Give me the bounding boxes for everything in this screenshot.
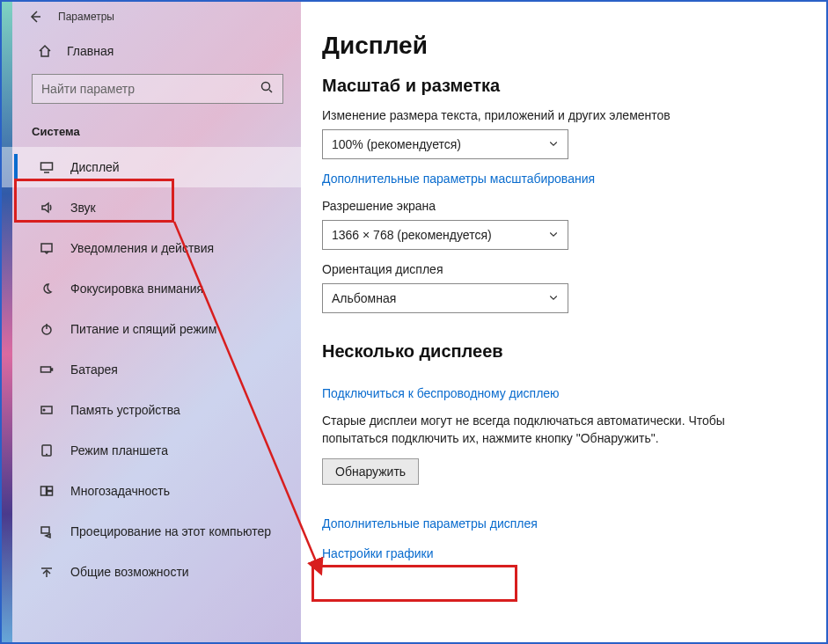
svg-rect-21 bbox=[41, 527, 49, 533]
nav-item-projecting[interactable]: Проецирование на этот компьютер bbox=[2, 511, 301, 552]
advanced-display-link[interactable]: Дополнительные параметры дисплея bbox=[322, 516, 791, 531]
scale-heading: Масштаб и разметка bbox=[322, 76, 791, 96]
scale-select[interactable]: 100% (рекомендуется) bbox=[322, 129, 568, 159]
nav-label: Уведомления и действия bbox=[70, 241, 214, 255]
nav-item-sound[interactable]: Звук bbox=[2, 187, 301, 228]
svg-rect-13 bbox=[51, 369, 53, 370]
battery-icon bbox=[37, 362, 56, 377]
scale-label: Изменение размера текста, приложений и д… bbox=[322, 108, 791, 122]
section-label: Система bbox=[2, 104, 301, 147]
home-label: Главная bbox=[67, 44, 114, 58]
tablet-icon bbox=[37, 443, 56, 457]
storage-icon bbox=[37, 403, 56, 417]
nav-label: Дисплей bbox=[70, 160, 120, 174]
nav-label: Память устройства bbox=[70, 403, 180, 417]
back-button[interactable] bbox=[18, 2, 53, 32]
nav-label: Батарея bbox=[70, 362, 118, 377]
svg-line-6 bbox=[269, 90, 272, 92]
svg-rect-20 bbox=[48, 492, 53, 496]
connect-wireless-link[interactable]: Подключиться к беспроводному дисплею bbox=[322, 386, 560, 400]
home-icon bbox=[37, 44, 53, 58]
settings-window: Параметры Главная Система Дисплей bbox=[0, 0, 828, 644]
search-icon bbox=[260, 80, 274, 98]
nav-item-power[interactable]: Питание и спящий режим bbox=[2, 309, 301, 349]
scale-value: 100% (рекомендуется) bbox=[332, 137, 461, 151]
chevron-down-icon bbox=[548, 228, 559, 242]
sidebar: Параметры Главная Система Дисплей bbox=[2, 2, 301, 642]
nav-label: Питание и спящий режим bbox=[70, 322, 216, 336]
nav-item-storage[interactable]: Память устройства bbox=[2, 390, 301, 430]
power-icon bbox=[37, 322, 56, 336]
detect-help-text: Старые дисплеи могут не всегда подключат… bbox=[322, 412, 791, 448]
advanced-scaling-link[interactable]: Дополнительные параметры масштабирования bbox=[322, 172, 595, 186]
svg-point-5 bbox=[262, 83, 270, 91]
nav-label: Режим планшета bbox=[70, 443, 168, 457]
nav-item-shared[interactable]: Общие возможности bbox=[2, 552, 301, 592]
multi-heading: Несколько дисплеев bbox=[322, 341, 791, 362]
svg-rect-12 bbox=[41, 367, 51, 372]
nav-label: Многозадачность bbox=[70, 484, 170, 498]
svg-rect-19 bbox=[48, 487, 53, 491]
nav-label: Звук bbox=[70, 201, 96, 215]
svg-rect-18 bbox=[41, 487, 47, 495]
focus-icon bbox=[37, 282, 56, 296]
nav-item-notifications[interactable]: Уведомления и действия bbox=[2, 228, 301, 268]
nav-list: Дисплей Звук Уведомления и действия Фоку… bbox=[2, 147, 301, 592]
sound-icon bbox=[37, 201, 56, 215]
display-icon bbox=[37, 160, 56, 174]
nav-label: Проецирование на этот компьютер bbox=[70, 524, 271, 538]
resolution-label: Разрешение экрана bbox=[322, 199, 791, 213]
home-link[interactable]: Главная bbox=[2, 32, 301, 70]
projecting-icon bbox=[37, 524, 56, 538]
resolution-value: 1366 × 768 (рекомендуется) bbox=[332, 228, 492, 242]
chevron-down-icon bbox=[548, 291, 559, 305]
orientation-select[interactable]: Альбомная bbox=[322, 283, 568, 313]
svg-rect-7 bbox=[41, 163, 53, 170]
orientation-label: Ориентация дисплея bbox=[322, 262, 791, 276]
chevron-down-icon bbox=[548, 137, 559, 151]
resolution-select[interactable]: 1366 × 768 (рекомендуется) bbox=[322, 220, 568, 250]
nav-label: Фокусировка внимания bbox=[70, 282, 203, 296]
graphics-settings-link[interactable]: Настройки графики bbox=[322, 546, 791, 560]
nav-item-battery[interactable]: Батарея bbox=[2, 349, 301, 390]
search-box[interactable] bbox=[32, 74, 283, 104]
detect-button[interactable]: Обнаружить bbox=[322, 458, 419, 485]
notifications-icon bbox=[37, 241, 56, 255]
window-title: Параметры bbox=[58, 11, 114, 23]
search-input[interactable] bbox=[41, 82, 260, 96]
orientation-value: Альбомная bbox=[332, 291, 396, 305]
svg-point-15 bbox=[43, 409, 45, 411]
shared-icon bbox=[37, 565, 56, 579]
nav-item-display[interactable]: Дисплей bbox=[2, 147, 301, 187]
svg-rect-9 bbox=[41, 244, 52, 252]
nav-label: Общие возможности bbox=[70, 565, 189, 579]
nav-item-focus[interactable]: Фокусировка внимания bbox=[2, 268, 301, 309]
page-title: Дисплей bbox=[322, 32, 791, 60]
multitask-icon bbox=[37, 484, 56, 498]
nav-item-tablet[interactable]: Режим планшета bbox=[2, 430, 301, 471]
nav-item-multitask[interactable]: Многозадачность bbox=[2, 471, 301, 511]
main-content: Дисплей Масштаб и разметка Изменение раз… bbox=[301, 2, 826, 642]
